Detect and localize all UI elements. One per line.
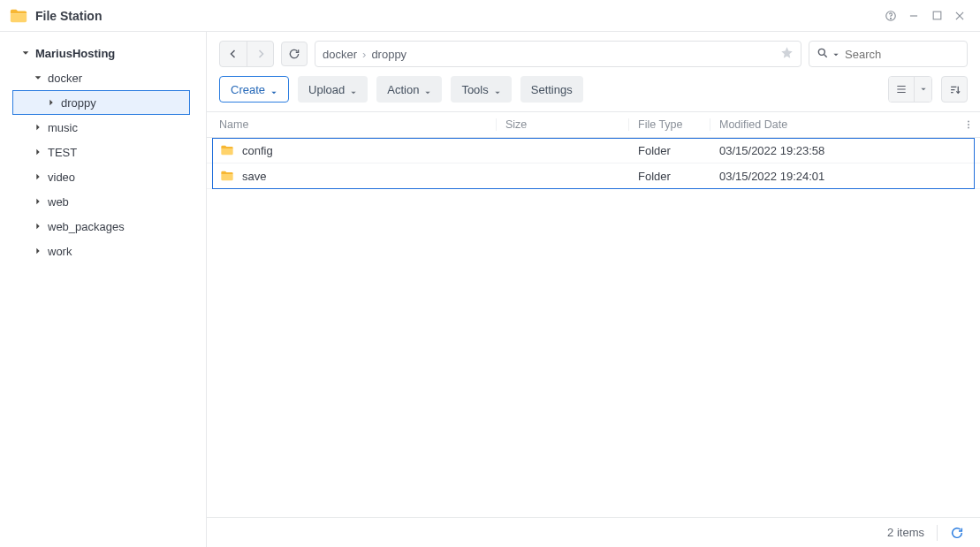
settings-button[interactable]: Settings bbox=[520, 76, 583, 103]
cell-name: config bbox=[242, 144, 273, 157]
breadcrumb-seg[interactable]: droppy bbox=[371, 48, 406, 61]
main: docker › droppy Create Upload Action bbox=[207, 32, 980, 547]
breadcrumb[interactable]: docker › droppy bbox=[315, 41, 801, 67]
chevron-right-icon: › bbox=[362, 48, 366, 61]
chevron-down-icon bbox=[350, 86, 357, 93]
search-icon bbox=[817, 47, 829, 62]
list-view-button[interactable] bbox=[889, 77, 914, 102]
sidebar-item-work[interactable]: work bbox=[0, 239, 206, 263]
sort-button[interactable] bbox=[941, 76, 968, 103]
tree-root[interactable]: MariusHosting bbox=[0, 41, 206, 65]
chevron-right-icon bbox=[32, 195, 44, 208]
cell-date: 03/15/2022 19:24:01 bbox=[710, 170, 957, 183]
back-button[interactable] bbox=[220, 42, 247, 66]
svg-rect-3 bbox=[933, 11, 941, 19]
breadcrumb-seg[interactable]: docker bbox=[323, 48, 357, 61]
view-more-button[interactable] bbox=[914, 77, 931, 102]
item-count: 2 items bbox=[887, 526, 924, 539]
sidebar-item-web[interactable]: web bbox=[0, 189, 206, 214]
chevron-down-icon bbox=[270, 86, 277, 93]
reload-button[interactable] bbox=[281, 42, 308, 66]
cell-date: 03/15/2022 19:23:58 bbox=[710, 144, 957, 157]
folder-icon bbox=[219, 143, 235, 157]
sidebar-item-label: docker bbox=[48, 72, 82, 85]
search-box[interactable] bbox=[809, 41, 968, 67]
chevron-right-icon bbox=[32, 121, 44, 133]
action-toolbar: Create Upload Action Tools Settings bbox=[207, 72, 980, 111]
create-button[interactable]: Create bbox=[219, 76, 289, 103]
col-type[interactable]: File Type bbox=[629, 118, 710, 131]
search-input[interactable] bbox=[843, 47, 980, 62]
location-toolbar: docker › droppy bbox=[207, 32, 980, 72]
sidebar-item-label: work bbox=[48, 245, 72, 258]
svg-point-4 bbox=[818, 49, 824, 55]
chevron-down-icon[interactable] bbox=[832, 48, 839, 61]
sidebar-item-label: web_packages bbox=[48, 220, 125, 233]
forward-button[interactable] bbox=[247, 42, 273, 66]
sidebar-item-test[interactable]: TEST bbox=[0, 140, 206, 164]
table-row[interactable]: save Folder 03/15/2022 19:24:01 bbox=[207, 163, 980, 189]
sidebar: MariusHosting docker droppy music TEST v… bbox=[0, 32, 207, 547]
app-icon bbox=[9, 6, 28, 26]
svg-point-7 bbox=[968, 127, 969, 129]
button-label: Upload bbox=[308, 83, 345, 96]
chevron-right-icon bbox=[32, 220, 44, 232]
button-label: Settings bbox=[531, 83, 573, 96]
cell-type: Folder bbox=[629, 144, 710, 157]
chevron-right-icon bbox=[32, 245, 44, 257]
sidebar-item-label: droppy bbox=[61, 96, 96, 110]
grid-header: Name Size File Type Modified Date bbox=[207, 111, 980, 138]
chevron-right-icon bbox=[32, 146, 44, 158]
chevron-right-icon bbox=[45, 96, 57, 109]
col-date[interactable]: Modified Date bbox=[710, 118, 957, 131]
chevron-down-icon bbox=[424, 86, 431, 93]
svg-rect-2 bbox=[910, 15, 917, 16]
divider bbox=[937, 525, 938, 541]
help-button[interactable] bbox=[879, 4, 902, 27]
cell-type: Folder bbox=[629, 170, 710, 183]
folder-icon bbox=[219, 169, 235, 183]
refresh-button[interactable] bbox=[950, 526, 964, 540]
sidebar-item-label: video bbox=[48, 171, 75, 184]
tree-root-label: MariusHosting bbox=[35, 47, 115, 60]
chevron-right-icon bbox=[32, 171, 44, 183]
action-button[interactable]: Action bbox=[376, 76, 442, 103]
button-label: Action bbox=[387, 83, 419, 96]
close-button[interactable] bbox=[948, 4, 971, 27]
sidebar-item-video[interactable]: video bbox=[0, 164, 206, 189]
svg-point-5 bbox=[968, 121, 969, 123]
chevron-down-icon bbox=[19, 47, 32, 59]
sidebar-item-docker[interactable]: docker bbox=[0, 65, 206, 90]
cell-name: save bbox=[242, 170, 266, 183]
sidebar-item-label: web bbox=[48, 195, 69, 209]
sidebar-item-label: TEST bbox=[48, 146, 77, 159]
col-name[interactable]: Name bbox=[207, 118, 497, 131]
sidebar-item-web-packages[interactable]: web_packages bbox=[0, 214, 206, 239]
sidebar-item-droppy[interactable]: droppy bbox=[12, 90, 190, 115]
sidebar-item-label: music bbox=[48, 121, 78, 134]
table-row[interactable]: config Folder 03/15/2022 19:23:58 bbox=[207, 138, 980, 163]
nav-buttons bbox=[219, 41, 274, 67]
titlebar: File Station bbox=[0, 0, 980, 32]
grid-body: config Folder 03/15/2022 19:23:58 save F… bbox=[207, 138, 980, 517]
chevron-down-icon bbox=[494, 86, 501, 93]
svg-point-1 bbox=[891, 18, 892, 19]
view-switch bbox=[888, 76, 932, 103]
status-bar: 2 items bbox=[207, 517, 980, 547]
tools-button[interactable]: Tools bbox=[451, 76, 511, 103]
favorite-icon[interactable] bbox=[780, 46, 794, 62]
chevron-down-icon bbox=[32, 72, 44, 84]
col-size[interactable]: Size bbox=[497, 118, 629, 131]
maximize-button[interactable] bbox=[925, 4, 948, 27]
upload-button[interactable]: Upload bbox=[298, 76, 368, 103]
app-title: File Station bbox=[35, 9, 102, 23]
button-label: Tools bbox=[461, 83, 488, 96]
sidebar-item-music[interactable]: music bbox=[0, 115, 206, 140]
svg-point-6 bbox=[968, 124, 969, 125]
minimize-button[interactable] bbox=[902, 4, 925, 27]
button-label: Create bbox=[231, 83, 265, 96]
file-grid: Name Size File Type Modified Date config… bbox=[207, 111, 980, 517]
columns-menu[interactable] bbox=[957, 119, 980, 130]
